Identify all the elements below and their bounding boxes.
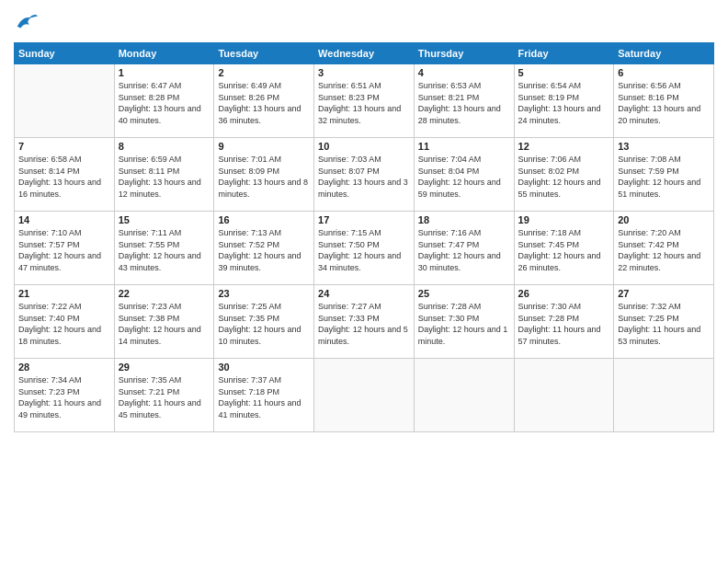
day-number: 14 [18, 214, 110, 225]
day-number: 5 [518, 67, 610, 78]
day-number: 16 [218, 214, 310, 225]
calendar-cell: 27Sunrise: 7:32 AMSunset: 7:25 PMDayligh… [614, 285, 714, 359]
calendar-cell: 8Sunrise: 6:59 AMSunset: 8:11 PMDaylight… [114, 138, 214, 212]
day-info: Sunrise: 7:27 AMSunset: 7:33 PMDaylight:… [318, 301, 410, 347]
week-row-3: 14Sunrise: 7:10 AMSunset: 7:57 PMDayligh… [15, 212, 714, 285]
day-info: Sunrise: 6:56 AMSunset: 8:16 PMDaylight:… [618, 80, 710, 126]
day-info: Sunrise: 6:53 AMSunset: 8:21 PMDaylight:… [418, 80, 510, 126]
day-info: Sunrise: 7:35 AMSunset: 7:21 PMDaylight:… [119, 374, 210, 420]
day-info: Sunrise: 7:13 AMSunset: 7:52 PMDaylight:… [218, 227, 310, 273]
day-info: Sunrise: 7:16 AMSunset: 7:47 PMDaylight:… [418, 227, 510, 273]
day-info: Sunrise: 6:59 AMSunset: 8:11 PMDaylight:… [119, 154, 210, 200]
day-info: Sunrise: 6:58 AMSunset: 8:14 PMDaylight:… [18, 154, 110, 200]
calendar-cell: 23Sunrise: 7:25 AMSunset: 7:35 PMDayligh… [214, 285, 314, 359]
calendar-cell: 28Sunrise: 7:34 AMSunset: 7:23 PMDayligh… [15, 359, 115, 432]
calendar-cell: 12Sunrise: 7:06 AMSunset: 8:02 PMDayligh… [514, 138, 614, 212]
day-number: 13 [618, 141, 710, 152]
calendar-cell [514, 359, 614, 432]
calendar-cell [314, 359, 415, 432]
week-row-1: 1Sunrise: 6:47 AMSunset: 8:28 PMDaylight… [15, 64, 714, 138]
day-info: Sunrise: 7:08 AMSunset: 7:59 PMDaylight:… [618, 154, 710, 200]
calendar-cell: 21Sunrise: 7:22 AMSunset: 7:40 PMDayligh… [15, 285, 115, 359]
day-info: Sunrise: 6:47 AMSunset: 8:28 PMDaylight:… [119, 80, 210, 126]
calendar-cell: 26Sunrise: 7:30 AMSunset: 7:28 PMDayligh… [514, 285, 614, 359]
calendar-cell: 4Sunrise: 6:53 AMSunset: 8:21 PMDaylight… [414, 64, 514, 138]
weekday-header-monday: Monday [114, 43, 214, 64]
day-info: Sunrise: 7:20 AMSunset: 7:42 PMDaylight:… [618, 227, 710, 273]
calendar-cell: 30Sunrise: 7:37 AMSunset: 7:18 PMDayligh… [214, 359, 314, 432]
calendar-cell: 10Sunrise: 7:03 AMSunset: 8:07 PMDayligh… [314, 138, 415, 212]
calendar-cell: 29Sunrise: 7:35 AMSunset: 7:21 PMDayligh… [114, 359, 214, 432]
weekday-header-sunday: Sunday [15, 43, 115, 64]
calendar: SundayMondayTuesdayWednesdayThursdayFrid… [14, 42, 714, 432]
day-info: Sunrise: 7:04 AMSunset: 8:04 PMDaylight:… [418, 154, 510, 200]
day-info: Sunrise: 6:54 AMSunset: 8:19 PMDaylight:… [518, 80, 610, 126]
weekday-header-thursday: Thursday [414, 43, 514, 64]
day-number: 28 [18, 362, 110, 373]
calendar-cell: 9Sunrise: 7:01 AMSunset: 8:09 PMDaylight… [214, 138, 314, 212]
day-number: 29 [119, 362, 210, 373]
day-number: 27 [618, 288, 710, 299]
calendar-cell: 24Sunrise: 7:27 AMSunset: 7:33 PMDayligh… [314, 285, 415, 359]
day-number: 21 [18, 288, 110, 299]
weekday-header-friday: Friday [514, 43, 614, 64]
calendar-cell: 16Sunrise: 7:13 AMSunset: 7:52 PMDayligh… [214, 212, 314, 285]
day-number: 25 [418, 288, 510, 299]
day-number: 3 [318, 67, 410, 78]
day-info: Sunrise: 6:51 AMSunset: 8:23 PMDaylight:… [318, 80, 410, 126]
day-number: 15 [119, 214, 210, 225]
day-number: 4 [418, 67, 510, 78]
header [14, 9, 714, 35]
day-number: 12 [518, 141, 610, 152]
day-info: Sunrise: 6:49 AMSunset: 8:26 PMDaylight:… [218, 80, 310, 126]
calendar-cell: 6Sunrise: 6:56 AMSunset: 8:16 PMDaylight… [614, 64, 714, 138]
calendar-cell [614, 359, 714, 432]
day-number: 18 [418, 214, 510, 225]
day-number: 26 [518, 288, 610, 299]
calendar-cell: 15Sunrise: 7:11 AMSunset: 7:55 PMDayligh… [114, 212, 214, 285]
weekday-row: SundayMondayTuesdayWednesdayThursdayFrid… [15, 43, 714, 64]
day-info: Sunrise: 7:10 AMSunset: 7:57 PMDaylight:… [18, 227, 110, 273]
day-number: 8 [119, 141, 210, 152]
day-info: Sunrise: 7:11 AMSunset: 7:55 PMDaylight:… [119, 227, 210, 273]
calendar-header: SundayMondayTuesdayWednesdayThursdayFrid… [15, 43, 714, 64]
day-number: 7 [18, 141, 110, 152]
calendar-cell: 14Sunrise: 7:10 AMSunset: 7:57 PMDayligh… [15, 212, 115, 285]
day-info: Sunrise: 7:06 AMSunset: 8:02 PMDaylight:… [518, 154, 610, 200]
calendar-cell: 18Sunrise: 7:16 AMSunset: 7:47 PMDayligh… [414, 212, 514, 285]
page: SundayMondayTuesdayWednesdayThursdayFrid… [0, 0, 728, 563]
calendar-cell: 2Sunrise: 6:49 AMSunset: 8:26 PMDaylight… [214, 64, 314, 138]
day-number: 30 [218, 362, 310, 373]
day-info: Sunrise: 7:18 AMSunset: 7:45 PMDaylight:… [518, 227, 610, 273]
calendar-cell: 5Sunrise: 6:54 AMSunset: 8:19 PMDaylight… [514, 64, 614, 138]
day-info: Sunrise: 7:03 AMSunset: 8:07 PMDaylight:… [318, 154, 410, 200]
week-row-5: 28Sunrise: 7:34 AMSunset: 7:23 PMDayligh… [15, 359, 714, 432]
calendar-cell: 11Sunrise: 7:04 AMSunset: 8:04 PMDayligh… [414, 138, 514, 212]
day-number: 17 [318, 214, 410, 225]
day-info: Sunrise: 7:34 AMSunset: 7:23 PMDaylight:… [18, 374, 110, 420]
day-info: Sunrise: 7:25 AMSunset: 7:35 PMDaylight:… [218, 301, 310, 347]
weekday-header-saturday: Saturday [614, 43, 714, 64]
calendar-cell: 7Sunrise: 6:58 AMSunset: 8:14 PMDaylight… [15, 138, 115, 212]
day-info: Sunrise: 7:01 AMSunset: 8:09 PMDaylight:… [218, 154, 310, 200]
week-row-4: 21Sunrise: 7:22 AMSunset: 7:40 PMDayligh… [15, 285, 714, 359]
calendar-cell: 3Sunrise: 6:51 AMSunset: 8:23 PMDaylight… [314, 64, 415, 138]
logo [14, 9, 43, 35]
calendar-cell: 25Sunrise: 7:28 AMSunset: 7:30 PMDayligh… [414, 285, 514, 359]
calendar-body: 1Sunrise: 6:47 AMSunset: 8:28 PMDaylight… [15, 64, 714, 432]
day-number: 6 [618, 67, 710, 78]
calendar-cell: 20Sunrise: 7:20 AMSunset: 7:42 PMDayligh… [614, 212, 714, 285]
calendar-cell: 19Sunrise: 7:18 AMSunset: 7:45 PMDayligh… [514, 212, 614, 285]
calendar-cell: 17Sunrise: 7:15 AMSunset: 7:50 PMDayligh… [314, 212, 415, 285]
calendar-cell [15, 64, 115, 138]
calendar-cell: 13Sunrise: 7:08 AMSunset: 7:59 PMDayligh… [614, 138, 714, 212]
day-info: Sunrise: 7:23 AMSunset: 7:38 PMDaylight:… [119, 301, 210, 347]
calendar-cell: 1Sunrise: 6:47 AMSunset: 8:28 PMDaylight… [114, 64, 214, 138]
week-row-2: 7Sunrise: 6:58 AMSunset: 8:14 PMDaylight… [15, 138, 714, 212]
day-info: Sunrise: 7:22 AMSunset: 7:40 PMDaylight:… [18, 301, 110, 347]
calendar-cell: 22Sunrise: 7:23 AMSunset: 7:38 PMDayligh… [114, 285, 214, 359]
weekday-header-wednesday: Wednesday [314, 43, 415, 64]
day-number: 9 [218, 141, 310, 152]
day-number: 10 [318, 141, 410, 152]
calendar-cell [414, 359, 514, 432]
